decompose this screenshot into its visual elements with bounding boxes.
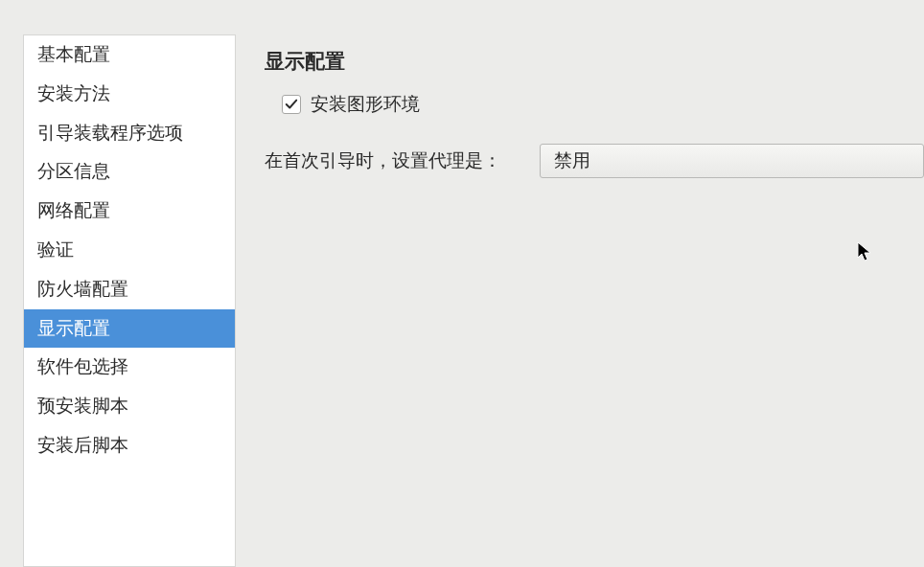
install-graphical-env-label: 安装图形环境 bbox=[311, 92, 420, 117]
sidebar-item-label: 验证 bbox=[37, 239, 74, 260]
sidebar-item-basic-config[interactable]: 基本配置 bbox=[24, 35, 235, 75]
sidebar-item-label: 基本配置 bbox=[37, 44, 110, 64]
sidebar-item-label: 软件包选择 bbox=[37, 356, 128, 376]
setup-agent-label: 在首次引导时，设置代理是： bbox=[265, 148, 501, 173]
setup-agent-select[interactable]: 禁用 bbox=[540, 144, 924, 178]
sidebar-item-partition-info[interactable]: 分区信息 bbox=[24, 152, 235, 192]
sidebar-item-postinstall-script[interactable]: 安装后脚本 bbox=[24, 426, 235, 465]
sidebar: 基本配置 安装方法 引导装载程序选项 分区信息 网络配置 验证 防火墙配置 显示… bbox=[23, 34, 236, 567]
setup-agent-row: 在首次引导时，设置代理是： 禁用 bbox=[265, 144, 924, 178]
page-title: 显示配置 bbox=[265, 48, 924, 75]
sidebar-item-authentication[interactable]: 验证 bbox=[24, 231, 235, 270]
install-graphical-env-row: 安装图形环境 bbox=[282, 92, 924, 117]
sidebar-item-network-config[interactable]: 网络配置 bbox=[24, 192, 235, 231]
install-graphical-env-checkbox[interactable] bbox=[282, 95, 301, 114]
sidebar-item-label: 预安装脚本 bbox=[37, 396, 128, 416]
checkmark-icon bbox=[285, 98, 298, 111]
sidebar-item-label: 引导装载程序选项 bbox=[37, 123, 183, 143]
sidebar-item-bootloader-options[interactable]: 引导装载程序选项 bbox=[24, 114, 235, 153]
sidebar-item-label: 安装后脚本 bbox=[37, 435, 128, 455]
main-panel: 显示配置 安装图形环境 在首次引导时，设置代理是： 禁用 bbox=[236, 34, 924, 567]
sidebar-item-preinstall-script[interactable]: 预安装脚本 bbox=[24, 387, 235, 426]
sidebar-item-label: 网络配置 bbox=[37, 200, 110, 220]
sidebar-item-label: 安装方法 bbox=[37, 83, 110, 103]
sidebar-item-label: 防火墙配置 bbox=[37, 279, 128, 299]
sidebar-item-install-method[interactable]: 安装方法 bbox=[24, 75, 235, 114]
setup-agent-select-value: 禁用 bbox=[554, 148, 590, 173]
sidebar-item-label: 显示配置 bbox=[37, 318, 110, 338]
sidebar-item-label: 分区信息 bbox=[37, 161, 110, 181]
sidebar-item-firewall-config[interactable]: 防火墙配置 bbox=[24, 270, 235, 309]
sidebar-item-display-config[interactable]: 显示配置 bbox=[24, 309, 235, 349]
sidebar-item-package-selection[interactable]: 软件包选择 bbox=[24, 348, 235, 387]
